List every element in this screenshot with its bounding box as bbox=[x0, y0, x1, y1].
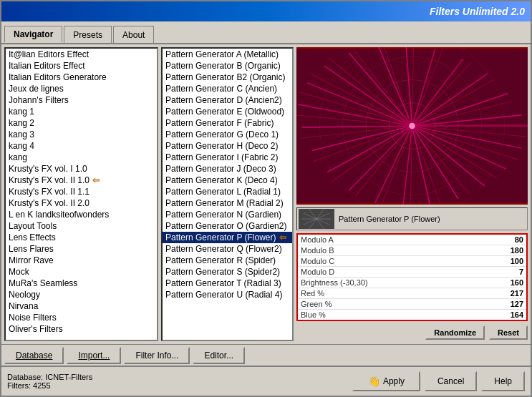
randomize-button[interactable]: Randomize bbox=[425, 325, 485, 340]
list-item[interactable]: kang 1 bbox=[6, 106, 157, 117]
svg-point-51 bbox=[409, 123, 415, 129]
thumbnail-bar: Pattern Generator P (Flower) bbox=[296, 207, 528, 230]
tab-navigator[interactable]: Navigator bbox=[4, 26, 62, 43]
list-item[interactable]: Mirror Rave bbox=[6, 255, 157, 266]
import-button[interactable]: Import... bbox=[67, 347, 121, 364]
list-item[interactable]: Pattern Generator N (Gardien) bbox=[163, 209, 292, 220]
preview-area bbox=[296, 47, 528, 205]
filters-status: Filters: 4255 bbox=[7, 381, 92, 390]
list-item[interactable]: Pattern Generator E (Oldwood) bbox=[163, 106, 292, 117]
thumbnail-label: Pattern Generator P (Flower) bbox=[339, 215, 440, 223]
list-item[interactable]: Pattern Generator S (Spider2) bbox=[163, 266, 292, 278]
param-row: Modulo D 7 bbox=[298, 267, 526, 278]
action-bar: Database Import... Filter Info... Editor… bbox=[1, 344, 531, 366]
status-info: Database: ICNET-Filters Filters: 4255 bbox=[7, 373, 92, 390]
status-bar: Database: ICNET-Filters Filters: 4255 Ap… bbox=[1, 366, 531, 396]
middle-panel[interactable]: Pattern Generator A (Metallic) Pattern G… bbox=[161, 47, 294, 341]
preview-svg bbox=[296, 47, 528, 205]
list-item[interactable]: Pattern Generator G (Deco 1) bbox=[163, 129, 292, 140]
category-list: It@lian Editors Effect Italian Editors E… bbox=[6, 49, 157, 335]
list-item[interactable]: Pattern Generator T (Radial 3) bbox=[163, 278, 292, 289]
list-item[interactable]: Pattern Generator C (Ancien) bbox=[163, 83, 292, 94]
param-row: Blue % 164 bbox=[298, 310, 526, 320]
list-item[interactable]: Pattern Generator I (Fabric 2) bbox=[163, 152, 292, 163]
main-content: It@lian Editors Effect Italian Editors E… bbox=[1, 44, 531, 344]
list-item[interactable]: Pattern Generator L (Radial 1) bbox=[163, 186, 292, 197]
list-item[interactable]: kang bbox=[6, 152, 157, 163]
list-item[interactable]: Pattern Generator O (Gardien2) bbox=[163, 220, 292, 232]
list-item[interactable]: Pattern Generator M (Radial 2) bbox=[163, 197, 292, 209]
list-item[interactable]: Jeux de lignes bbox=[6, 83, 157, 94]
help-button[interactable]: Help bbox=[481, 371, 525, 391]
list-item[interactable]: Noise Filters bbox=[6, 312, 157, 323]
list-item[interactable]: MuRa's Seamless bbox=[6, 278, 157, 289]
list-item[interactable]: Krusty's FX vol. I 1.0 bbox=[6, 163, 157, 175]
list-item[interactable]: Layout Tools bbox=[6, 220, 157, 232]
apply-button[interactable]: Apply bbox=[352, 371, 420, 391]
list-item[interactable]: Krusty's FX vol. II 1.0⇦ bbox=[6, 175, 157, 186]
left-panel[interactable]: It@lian Editors Effect Italian Editors E… bbox=[4, 47, 158, 341]
list-item[interactable]: Pattern Generator B (Organic) bbox=[163, 60, 292, 72]
list-item[interactable]: Mock bbox=[6, 266, 157, 278]
editor-button[interactable]: Editor... bbox=[193, 347, 245, 364]
param-row: Green % 127 bbox=[298, 299, 526, 310]
list-item[interactable]: Pattern Generator A (Metallic) bbox=[163, 49, 292, 60]
list-item[interactable]: Pattern Generator D (Ancien2) bbox=[163, 94, 292, 106]
list-item-selected[interactable]: Pattern Generator P (Flower)⇦ bbox=[163, 232, 292, 243]
list-item[interactable]: kang 2 bbox=[6, 117, 157, 129]
filter-list: Pattern Generator A (Metallic) Pattern G… bbox=[163, 49, 292, 300]
list-item[interactable]: Italian Editors Effect bbox=[6, 60, 157, 72]
list-item[interactable]: kang 3 bbox=[6, 129, 157, 140]
list-item[interactable]: kang 4 bbox=[6, 140, 157, 152]
list-item[interactable]: Pattern Generator B2 (Organic) bbox=[163, 72, 292, 83]
tab-bar: Navigator Presets About bbox=[1, 21, 531, 44]
param-row: Red % 217 bbox=[298, 288, 526, 299]
list-item[interactable]: Lens Flares bbox=[6, 243, 157, 255]
randomize-reset-bar: Randomize Reset bbox=[296, 324, 528, 341]
title-bar-label: Filters Unlimited 2.0 bbox=[430, 6, 525, 17]
list-item[interactable]: Neology bbox=[6, 289, 157, 300]
list-item[interactable]: Italian Editors Generatore bbox=[6, 72, 157, 83]
status-buttons: Apply Cancel Help bbox=[352, 371, 525, 391]
thumbnail-image bbox=[299, 209, 334, 229]
list-item[interactable]: Oliver's Filters bbox=[6, 323, 157, 335]
list-item[interactable]: Pattern Generator J (Deco 3) bbox=[163, 163, 292, 175]
database-status: Database: ICNET-Filters bbox=[7, 373, 92, 381]
arrow-icon: ⇦ bbox=[92, 175, 100, 185]
filter-info-button[interactable]: Filter Info... bbox=[124, 347, 190, 364]
list-item[interactable]: L en K landksiteofwonders bbox=[6, 209, 157, 220]
main-window: Filters Unlimited 2.0 Navigator Presets … bbox=[0, 0, 532, 397]
reset-button[interactable]: Reset bbox=[489, 325, 528, 340]
param-row: Modulo A 80 bbox=[298, 235, 526, 245]
list-item[interactable]: Pattern Generator H (Deco 2) bbox=[163, 140, 292, 152]
list-item[interactable]: It@lian Editors Effect bbox=[6, 49, 157, 60]
right-panel: Pattern Generator P (Flower) Modulo A 80… bbox=[296, 47, 528, 341]
list-item[interactable]: Lens Effects bbox=[6, 232, 157, 243]
list-item[interactable]: Pattern Generator F (Fabric) bbox=[163, 117, 292, 129]
arrow-icon: ⇦ bbox=[279, 232, 286, 242]
cancel-button[interactable]: Cancel bbox=[425, 371, 477, 391]
params-table: Modulo A 80 Modulo B 180 Modulo C 100 Mo… bbox=[296, 233, 528, 321]
param-row: Brightness (-30,30) 160 bbox=[298, 278, 526, 288]
list-item[interactable]: Johann's Filters bbox=[6, 94, 157, 106]
list-item[interactable]: Pattern Generator K (Deco 4) bbox=[163, 175, 292, 186]
list-item[interactable]: Krusty's FX vol. II 1.1 bbox=[6, 186, 157, 197]
list-item[interactable]: Pattern Generator Q (Flower2) bbox=[163, 243, 292, 255]
list-item[interactable]: Pattern Generator R (Spider) bbox=[163, 255, 292, 266]
list-item[interactable]: Krusty's FX vol. II 2.0 bbox=[6, 197, 157, 209]
database-button[interactable]: Database bbox=[4, 347, 64, 364]
list-item[interactable]: Pattern Generator U (Radial 4) bbox=[163, 289, 292, 300]
title-bar: Filters Unlimited 2.0 bbox=[1, 1, 531, 21]
tab-presets[interactable]: Presets bbox=[64, 26, 112, 43]
param-row: Modulo B 180 bbox=[298, 245, 526, 256]
list-item[interactable]: Nirvana bbox=[6, 300, 157, 312]
tab-about[interactable]: About bbox=[113, 26, 154, 43]
param-row: Modulo C 100 bbox=[298, 256, 526, 267]
